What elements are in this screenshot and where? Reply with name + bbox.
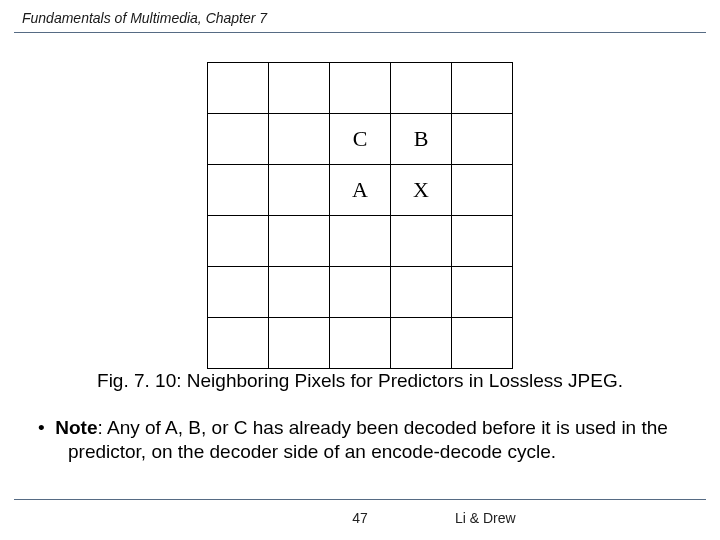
grid-cell-x: X [391, 165, 452, 216]
grid-cell [391, 318, 452, 369]
note-label: Note [55, 417, 97, 438]
chapter-header: Fundamentals of Multimedia, Chapter 7 [22, 10, 698, 26]
grid-cell [269, 318, 330, 369]
grid-cell [452, 165, 513, 216]
grid-cell [269, 267, 330, 318]
grid-cell [208, 318, 269, 369]
grid-cell [269, 216, 330, 267]
page-number: 47 [0, 510, 720, 526]
note-text: • Note: Any of A, B, or C has already be… [38, 416, 682, 464]
grid-cell [208, 267, 269, 318]
grid-cell [391, 267, 452, 318]
grid-cell [269, 63, 330, 114]
grid-cell-a: A [330, 165, 391, 216]
grid-cell-b: B [391, 114, 452, 165]
footer-divider [14, 499, 706, 500]
grid-cell [269, 165, 330, 216]
header-divider [14, 32, 706, 33]
predictor-grid: C B A X [207, 62, 513, 369]
grid-cell [330, 318, 391, 369]
note-line2: predictor, on the decoder side of an enc… [38, 440, 682, 464]
grid-cell [208, 63, 269, 114]
grid-cell [452, 267, 513, 318]
authors: Li & Drew [455, 510, 516, 526]
grid-cell [330, 267, 391, 318]
grid-cell [452, 114, 513, 165]
figure-caption: Fig. 7. 10: Neighboring Pixels for Predi… [0, 370, 720, 392]
grid-cell [330, 216, 391, 267]
grid-cell [391, 216, 452, 267]
grid-cell [452, 63, 513, 114]
grid-cell-c: C [330, 114, 391, 165]
grid-cell [269, 114, 330, 165]
grid-cell [391, 63, 452, 114]
grid-cell [452, 318, 513, 369]
bullet-icon: • [38, 416, 50, 440]
grid-cell [208, 216, 269, 267]
grid-cell [330, 63, 391, 114]
grid-cell [452, 216, 513, 267]
grid-cell [208, 114, 269, 165]
grid-cell [208, 165, 269, 216]
note-line1: : Any of A, B, or C has already been dec… [98, 417, 668, 438]
